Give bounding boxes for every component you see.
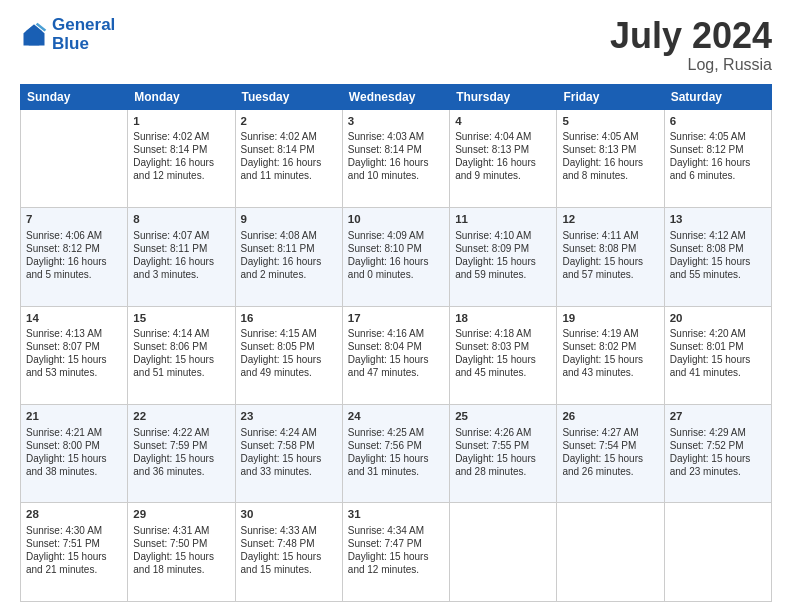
sunrise: Sunrise: 4:07 AM [133, 230, 209, 241]
sunrise: Sunrise: 4:29 AM [670, 427, 746, 438]
cell-content: Sunrise: 4:25 AM Sunset: 7:56 PM Dayligh… [348, 426, 444, 478]
sunrise: Sunrise: 4:11 AM [562, 230, 638, 241]
day-number: 17 [348, 311, 444, 327]
daylight: Daylight: 15 hours and 57 minutes. [562, 256, 643, 280]
day-number: 4 [455, 114, 551, 130]
daylight: Daylight: 15 hours and 55 minutes. [670, 256, 751, 280]
table-cell [557, 503, 664, 602]
title-block: July 2024 Log, Russia [610, 16, 772, 74]
day-number: 16 [241, 311, 337, 327]
sunset: Sunset: 7:55 PM [455, 440, 529, 451]
cell-content: Sunrise: 4:11 AM Sunset: 8:08 PM Dayligh… [562, 229, 658, 281]
table-cell: 4 Sunrise: 4:04 AM Sunset: 8:13 PM Dayli… [450, 109, 557, 207]
cell-content: Sunrise: 4:09 AM Sunset: 8:10 PM Dayligh… [348, 229, 444, 281]
table-cell: 3 Sunrise: 4:03 AM Sunset: 8:14 PM Dayli… [342, 109, 449, 207]
table-cell: 12 Sunrise: 4:11 AM Sunset: 8:08 PM Dayl… [557, 208, 664, 306]
sunset: Sunset: 7:54 PM [562, 440, 636, 451]
daylight: Daylight: 15 hours and 36 minutes. [133, 453, 214, 477]
sunset: Sunset: 8:00 PM [26, 440, 100, 451]
sunset: Sunset: 7:59 PM [133, 440, 207, 451]
cell-content: Sunrise: 4:02 AM Sunset: 8:14 PM Dayligh… [133, 130, 229, 182]
sunset: Sunset: 8:02 PM [562, 341, 636, 352]
day-number: 7 [26, 212, 122, 228]
cell-content: Sunrise: 4:02 AM Sunset: 8:14 PM Dayligh… [241, 130, 337, 182]
calendar-table: Sunday Monday Tuesday Wednesday Thursday… [20, 84, 772, 602]
sunrise: Sunrise: 4:31 AM [133, 525, 209, 536]
day-number: 20 [670, 311, 766, 327]
daylight: Daylight: 16 hours and 6 minutes. [670, 157, 751, 181]
day-number: 22 [133, 409, 229, 425]
daylight: Daylight: 15 hours and 23 minutes. [670, 453, 751, 477]
cell-content: Sunrise: 4:24 AM Sunset: 7:58 PM Dayligh… [241, 426, 337, 478]
cell-content: Sunrise: 4:13 AM Sunset: 8:07 PM Dayligh… [26, 327, 122, 379]
daylight: Daylight: 15 hours and 28 minutes. [455, 453, 536, 477]
sunset: Sunset: 8:08 PM [670, 243, 744, 254]
sunrise: Sunrise: 4:13 AM [26, 328, 102, 339]
sunset: Sunset: 8:11 PM [241, 243, 315, 254]
cell-content: Sunrise: 4:34 AM Sunset: 7:47 PM Dayligh… [348, 524, 444, 576]
sunset: Sunset: 8:14 PM [133, 144, 207, 155]
day-number: 18 [455, 311, 551, 327]
sunset: Sunset: 8:12 PM [26, 243, 100, 254]
month-title: July 2024 [610, 16, 772, 56]
sunrise: Sunrise: 4:09 AM [348, 230, 424, 241]
col-sunday: Sunday [21, 84, 128, 109]
sunset: Sunset: 7:48 PM [241, 538, 315, 549]
sunset: Sunset: 8:05 PM [241, 341, 315, 352]
daylight: Daylight: 15 hours and 51 minutes. [133, 354, 214, 378]
day-number: 5 [562, 114, 658, 130]
sunrise: Sunrise: 4:26 AM [455, 427, 531, 438]
day-number: 6 [670, 114, 766, 130]
table-cell: 16 Sunrise: 4:15 AM Sunset: 8:05 PM Dayl… [235, 306, 342, 404]
sunrise: Sunrise: 4:18 AM [455, 328, 531, 339]
daylight: Daylight: 16 hours and 0 minutes. [348, 256, 429, 280]
daylight: Daylight: 15 hours and 12 minutes. [348, 551, 429, 575]
day-number: 1 [133, 114, 229, 130]
table-cell: 13 Sunrise: 4:12 AM Sunset: 8:08 PM Dayl… [664, 208, 771, 306]
day-number: 9 [241, 212, 337, 228]
daylight: Daylight: 15 hours and 53 minutes. [26, 354, 107, 378]
daylight: Daylight: 15 hours and 38 minutes. [26, 453, 107, 477]
sunset: Sunset: 8:12 PM [670, 144, 744, 155]
sunrise: Sunrise: 4:21 AM [26, 427, 102, 438]
cell-content: Sunrise: 4:15 AM Sunset: 8:05 PM Dayligh… [241, 327, 337, 379]
logo-icon [20, 21, 48, 49]
sunrise: Sunrise: 4:30 AM [26, 525, 102, 536]
daylight: Daylight: 16 hours and 12 minutes. [133, 157, 214, 181]
day-number: 21 [26, 409, 122, 425]
daylight: Daylight: 15 hours and 31 minutes. [348, 453, 429, 477]
daylight: Daylight: 15 hours and 43 minutes. [562, 354, 643, 378]
sunset: Sunset: 8:01 PM [670, 341, 744, 352]
logo-text: General Blue [52, 16, 115, 53]
sunset: Sunset: 8:14 PM [241, 144, 315, 155]
daylight: Daylight: 15 hours and 15 minutes. [241, 551, 322, 575]
sunrise: Sunrise: 4:06 AM [26, 230, 102, 241]
sunset: Sunset: 7:58 PM [241, 440, 315, 451]
day-number: 14 [26, 311, 122, 327]
table-cell: 30 Sunrise: 4:33 AM Sunset: 7:48 PM Dayl… [235, 503, 342, 602]
day-number: 10 [348, 212, 444, 228]
table-cell: 21 Sunrise: 4:21 AM Sunset: 8:00 PM Dayl… [21, 405, 128, 503]
sunset: Sunset: 8:08 PM [562, 243, 636, 254]
cell-content: Sunrise: 4:16 AM Sunset: 8:04 PM Dayligh… [348, 327, 444, 379]
sunset: Sunset: 7:50 PM [133, 538, 207, 549]
cell-content: Sunrise: 4:31 AM Sunset: 7:50 PM Dayligh… [133, 524, 229, 576]
sunrise: Sunrise: 4:20 AM [670, 328, 746, 339]
cell-content: Sunrise: 4:29 AM Sunset: 7:52 PM Dayligh… [670, 426, 766, 478]
cell-content: Sunrise: 4:33 AM Sunset: 7:48 PM Dayligh… [241, 524, 337, 576]
cell-content: Sunrise: 4:03 AM Sunset: 8:14 PM Dayligh… [348, 130, 444, 182]
daylight: Daylight: 16 hours and 10 minutes. [348, 157, 429, 181]
table-cell [664, 503, 771, 602]
daylight: Daylight: 16 hours and 5 minutes. [26, 256, 107, 280]
cell-content: Sunrise: 4:22 AM Sunset: 7:59 PM Dayligh… [133, 426, 229, 478]
table-cell: 5 Sunrise: 4:05 AM Sunset: 8:13 PM Dayli… [557, 109, 664, 207]
sunrise: Sunrise: 4:02 AM [241, 131, 317, 142]
sunset: Sunset: 8:13 PM [562, 144, 636, 155]
table-cell: 2 Sunrise: 4:02 AM Sunset: 8:14 PM Dayli… [235, 109, 342, 207]
table-cell: 9 Sunrise: 4:08 AM Sunset: 8:11 PM Dayli… [235, 208, 342, 306]
sunrise: Sunrise: 4:12 AM [670, 230, 746, 241]
daylight: Daylight: 15 hours and 41 minutes. [670, 354, 751, 378]
sunrise: Sunrise: 4:24 AM [241, 427, 317, 438]
daylight: Daylight: 16 hours and 2 minutes. [241, 256, 322, 280]
table-cell [21, 109, 128, 207]
